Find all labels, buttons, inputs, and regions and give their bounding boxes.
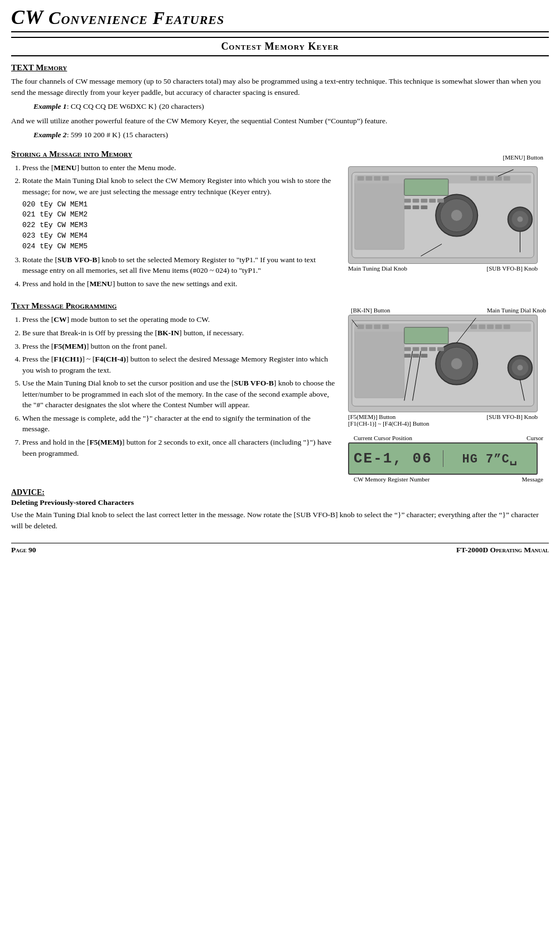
svg-rect-23 (437, 199, 444, 203)
svg-rect-26 (421, 205, 427, 209)
svg-rect-55 (413, 354, 419, 358)
label-bk-in: [BK-IN] Button (351, 307, 390, 314)
label-f1-f4: [F1(CH-1)] ~ [F4(CH-4)] Button (348, 420, 429, 427)
svg-rect-22 (429, 199, 436, 203)
tm-step-1: Press the [CW] mode button to set the op… (22, 314, 339, 325)
tm-step-5: Use the Main Tuning Dial knob to set the… (22, 378, 339, 411)
title-cw: CW (11, 6, 44, 28)
label-sub-vfo-1: [SUB VFO-B] Knob (487, 265, 538, 272)
footer-manual: FT-2000D Operating Manual (456, 546, 549, 555)
svg-rect-16 (495, 176, 502, 181)
text-memory-title: TEXT Memory (11, 63, 549, 73)
storing-step-3: Rotate the [SUB VFO-B] knob to set the s… (22, 254, 339, 276)
section-header: Contest Memory Keyer (11, 37, 549, 56)
text-message-title: Text Message Programming (11, 301, 339, 311)
text-message-steps: Press the [CW] mode button to set the op… (22, 314, 339, 459)
svg-rect-50 (413, 348, 419, 351)
radio-svg-2 (348, 315, 538, 412)
label-main-tuning-1: Main Tuning Dial Knob (348, 265, 407, 272)
title-rest: Convenience Features (44, 8, 224, 28)
text-memory-para1: The four channels of CW message memory (… (11, 76, 549, 98)
page-title: CW Convenience Features (11, 6, 549, 32)
storing-step-1: Press the [MENU] button to enter the Men… (22, 162, 339, 173)
tm-step-4: Press the [F1(CH1)] ~ [F4(CH-4)] button … (22, 354, 339, 375)
text-memory-example1: Example 1: CQ CQ CQ DE W6DXC K} (20 char… (33, 101, 549, 112)
menu-item-1: 020 tEy CW MEM1 (22, 200, 339, 210)
svg-point-4 (451, 210, 462, 221)
label-sub-vfo-2: [SUB VFO-B] Knob (487, 413, 538, 427)
svg-rect-40 (366, 325, 373, 329)
lcd-display: CE-1, 06 HG 7”C␣ (348, 442, 538, 475)
tm-step-2: Be sure that Break-in is Off by pressing… (22, 327, 339, 339)
tm-step-6: When the message is complete, add the "}… (22, 413, 339, 435)
lcd-right: HG 7”C␣ (443, 451, 533, 466)
svg-rect-1 (355, 178, 404, 250)
text-memory-example2: Example 2: 599 10 200 # K} (15 character… (33, 129, 549, 141)
label-cursor: Cursor (527, 435, 543, 441)
svg-point-34 (451, 359, 462, 370)
storing-step-2: Rotate the Main Tuning Dial knob to sele… (22, 175, 339, 252)
svg-rect-41 (374, 325, 380, 329)
label-cursor-position: Current Cursor Position (354, 435, 412, 441)
svg-rect-11 (374, 176, 380, 181)
label-f5-mem: [F5(MEM)] Button (348, 413, 429, 420)
svg-rect-12 (382, 176, 389, 181)
svg-rect-44 (479, 325, 485, 329)
svg-point-37 (517, 365, 523, 370)
text-message-text: Text Message Programming Press the [CW] … (11, 301, 339, 483)
footer-page: Page 90 (11, 546, 36, 555)
svg-rect-25 (413, 205, 419, 209)
label-main-tuning-2: Main Tuning Dial Knob (487, 307, 546, 314)
storing-text: Storing a Message into Memory Press the … (11, 150, 339, 292)
svg-rect-15 (487, 176, 494, 181)
svg-rect-13 (470, 176, 477, 181)
svg-rect-54 (404, 354, 411, 358)
text-memory-para2: And we will utilize another powerful fea… (11, 115, 549, 127)
storing-steps: Press the [MENU] button to enter the Men… (22, 162, 339, 290)
label-menu-button: [MENU] Button (503, 154, 543, 161)
advice-subtitle: Deleting Previously-stored Characters (11, 498, 549, 507)
svg-rect-21 (421, 199, 427, 203)
svg-rect-48 (404, 327, 448, 344)
svg-point-7 (517, 216, 523, 222)
svg-rect-20 (413, 199, 419, 203)
svg-rect-31 (355, 326, 404, 398)
svg-rect-9 (358, 176, 364, 181)
svg-rect-14 (479, 176, 485, 181)
tm-step-7: Press and hold in the [F5(MEM)] button f… (22, 437, 339, 459)
menu-item-5: 024 tEy CW MEM5 (22, 242, 339, 252)
svg-rect-42 (382, 325, 389, 329)
svg-rect-10 (366, 176, 373, 181)
lcd-left: CE-1, 06 (354, 450, 443, 467)
svg-rect-24 (404, 205, 411, 209)
label-cw-memory: CW Memory Register Number (354, 476, 429, 483)
svg-rect-49 (404, 348, 411, 351)
storing-diagram: [MENU] Button (348, 150, 549, 292)
text-message-section: Text Message Programming Press the [CW] … (11, 301, 549, 483)
svg-rect-45 (487, 325, 494, 329)
svg-rect-17 (504, 176, 510, 181)
svg-rect-19 (404, 199, 411, 203)
svg-rect-39 (358, 325, 364, 329)
tm-step-3: Press the [F5(MEM)] button on the front … (22, 341, 339, 352)
lcd-area: Current Cursor Position Cursor CE-1, 06 … (348, 435, 549, 483)
menu-item-3: 022 tEy CW MEM3 (22, 220, 339, 231)
storing-title: Storing a Message into Memory (11, 150, 339, 159)
radio-svg-1 (348, 166, 538, 264)
menu-item-4: 023 tEy CW MEM4 (22, 231, 339, 242)
svg-rect-51 (421, 348, 427, 351)
svg-rect-43 (470, 325, 477, 329)
svg-rect-47 (504, 325, 510, 329)
footer: Page 90 FT-2000D Operating Manual (11, 543, 549, 555)
svg-rect-56 (421, 354, 427, 358)
text-message-diagram: [BK-IN] Button Main Tuning Dial Knob (348, 301, 549, 483)
svg-rect-46 (495, 325, 502, 329)
svg-rect-18 (404, 179, 448, 196)
storing-section: Storing a Message into Memory Press the … (11, 150, 549, 292)
svg-rect-52 (429, 348, 436, 351)
menu-item-2: 021 tEy CW MEM2 (22, 210, 339, 220)
svg-rect-53 (437, 348, 444, 351)
advice-title: ADVICE: (11, 488, 549, 497)
advice-section: ADVICE: Deleting Previously-stored Chara… (11, 488, 549, 531)
label-message: Message (522, 476, 544, 483)
